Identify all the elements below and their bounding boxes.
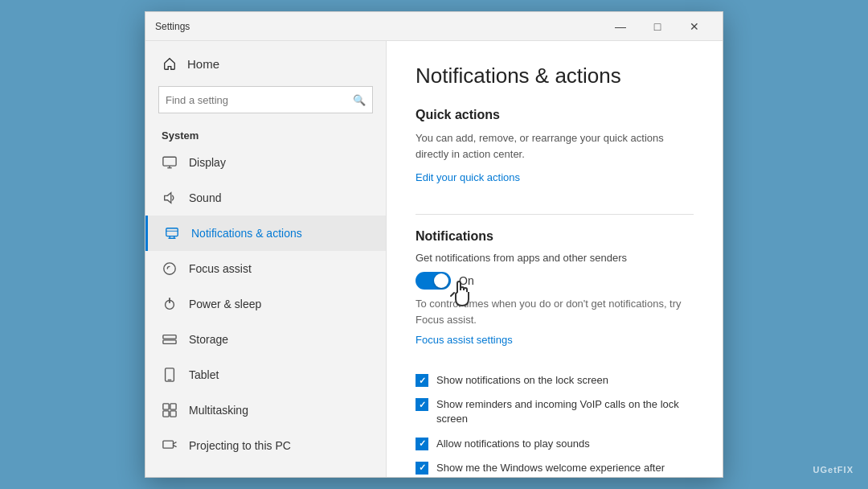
power-icon — [162, 296, 178, 312]
toggle-state-label: On — [459, 274, 474, 287]
maximize-button[interactable]: □ — [639, 12, 676, 41]
svg-rect-12 — [163, 335, 176, 339]
projecting-icon — [162, 438, 178, 454]
sound-label: Sound — [189, 191, 221, 204]
divider-1 — [416, 214, 694, 215]
focus-assist-link[interactable]: Focus assist settings — [416, 334, 513, 346]
checkbox-welcome[interactable]: ✓ — [416, 462, 428, 475]
svg-marker-3 — [165, 193, 171, 203]
window-title: Settings — [155, 21, 602, 32]
close-button[interactable]: ✕ — [676, 12, 713, 41]
tablet-icon — [162, 367, 178, 383]
tablet-label: Tablet — [189, 368, 219, 381]
svg-rect-17 — [170, 404, 176, 409]
focus-label: Focus assist — [189, 262, 252, 275]
checkbox-voip[interactable]: ✓ — [416, 398, 428, 411]
multitasking-icon — [162, 402, 178, 418]
checkbox-row-welcome: ✓ Show me the Windows welcome experience… — [416, 461, 694, 477]
power-label: Power & sleep — [189, 298, 261, 310]
checkbox-lock-screen-label: Show notifications on the lock screen — [436, 373, 608, 388]
sound-icon — [162, 190, 178, 206]
checkbox-row-sounds: ✓ Allow notifications to play sounds — [416, 437, 694, 451]
display-icon — [162, 154, 178, 171]
edit-quick-actions-link[interactable]: Edit your quick actions — [416, 171, 520, 183]
sidebar-item-focus[interactable]: Focus assist — [145, 251, 386, 286]
sidebar-item-storage[interactable]: Storage — [145, 322, 386, 357]
checkbox-check-sounds-icon: ✓ — [419, 438, 426, 449]
svg-rect-16 — [163, 404, 169, 409]
notifications-label: Notifications & actions — [191, 227, 302, 240]
sidebar-item-tablet[interactable]: Tablet — [145, 357, 386, 392]
svg-rect-13 — [163, 340, 176, 344]
svg-rect-19 — [170, 411, 176, 417]
sidebar-item-multitasking[interactable]: Multitasking — [145, 392, 386, 428]
checkboxes-group: ✓ Show notifications on the lock screen … — [416, 373, 694, 477]
quick-actions-section: Quick actions You can add, remove, or re… — [416, 108, 694, 199]
sidebar-item-projecting[interactable]: Projecting to this PC — [145, 428, 386, 463]
search-box[interactable]: 🔍 — [158, 86, 373, 113]
notifications-icon — [164, 225, 180, 241]
home-label: Home — [187, 57, 219, 71]
search-icon: 🔍 — [353, 94, 366, 106]
checkbox-sounds[interactable]: ✓ — [416, 438, 428, 450]
checkbox-check-icon: ✓ — [419, 376, 426, 386]
sidebar-section-title: System — [145, 123, 386, 145]
notifications-section: Notifications Get notifications from app… — [416, 229, 694, 477]
svg-rect-18 — [163, 411, 169, 417]
svg-point-9 — [164, 263, 175, 274]
checkbox-sounds-label: Allow notifications to play sounds — [436, 437, 590, 451]
toggle-row: On — [416, 272, 694, 290]
multitasking-label: Multitasking — [189, 404, 248, 417]
toggle-heading: Get notifications from apps and other se… — [416, 252, 694, 264]
sidebar-item-sound[interactable]: Sound — [145, 180, 386, 216]
sidebar-item-display[interactable]: Display — [145, 145, 386, 180]
minimize-button[interactable]: — — [602, 12, 639, 41]
checkbox-voip-label: Show reminders and incoming VoIP calls o… — [436, 397, 694, 426]
checkbox-lock-screen[interactable]: ✓ — [416, 374, 428, 387]
sidebar: Home 🔍 System Display — [145, 41, 387, 477]
search-input[interactable] — [166, 94, 353, 106]
main-content: Notifications & actions Quick actions Yo… — [387, 41, 723, 477]
helper-text: To control times when you do or don't ge… — [416, 296, 694, 327]
checkbox-welcome-label: Show me the Windows welcome experience a… — [436, 461, 694, 477]
checkbox-row-lock-screen: ✓ Show notifications on the lock screen — [416, 373, 694, 388]
notifications-toggle[interactable] — [416, 272, 451, 290]
storage-label: Storage — [189, 333, 228, 346]
storage-icon — [162, 331, 178, 347]
titlebar: Settings — □ ✕ — [145, 12, 723, 41]
sidebar-item-home[interactable]: Home — [145, 41, 386, 86]
watermark: UGetFIX — [813, 465, 854, 475]
display-label: Display — [189, 156, 226, 169]
window-body: Home 🔍 System Display — [145, 41, 723, 477]
svg-rect-4 — [166, 228, 178, 236]
projecting-label: Projecting to this PC — [189, 439, 291, 452]
svg-rect-0 — [163, 157, 176, 166]
svg-rect-20 — [163, 441, 174, 448]
notifications-section-title: Notifications — [416, 229, 694, 244]
checkbox-check-welcome-icon: ✓ — [419, 462, 426, 473]
home-icon — [162, 55, 178, 72]
sidebar-item-power[interactable]: Power & sleep — [145, 286, 386, 322]
checkbox-row-voip: ✓ Show reminders and incoming VoIP calls… — [416, 397, 694, 426]
toggle-knob — [434, 273, 448, 288]
quick-actions-desc: You can add, remove, or rearrange your q… — [416, 130, 694, 162]
page-title: Notifications & actions — [416, 64, 694, 88]
window-controls: — □ ✕ — [602, 12, 713, 41]
checkbox-check-voip-icon: ✓ — [419, 400, 426, 410]
quick-actions-title: Quick actions — [416, 108, 694, 122]
focus-icon — [162, 261, 178, 277]
sidebar-item-notifications[interactable]: Notifications & actions — [145, 216, 386, 251]
